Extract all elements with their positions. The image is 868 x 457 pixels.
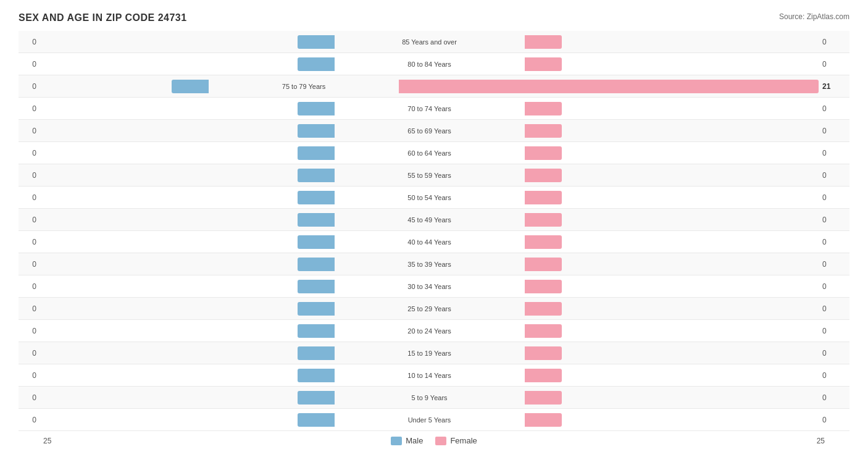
female-value: 0 [819,127,849,135]
female-value: 0 [819,193,849,202]
bar-row: 020 to 24 Years0 [19,320,849,342]
age-range-label: Under 5 Years [408,416,451,424]
female-value: 0 [819,38,849,46]
bar-row: 015 to 19 Years0 [19,342,849,364]
female-bar [525,413,562,427]
female-bar [525,169,562,182]
left-zone [40,275,337,298]
female-bar [525,324,562,338]
male-value: 0 [19,282,40,291]
center-label-zone: 70 to 74 Years [337,98,522,120]
age-range-label: 30 to 34 Years [407,283,451,290]
female-bar [525,124,562,138]
male-value: 0 [19,371,40,380]
male-value: 0 [19,60,40,69]
right-zone [396,75,819,98]
right-zone [522,209,819,231]
male-value: 0 [19,416,40,424]
left-zone [40,98,337,120]
chart-footer: 25 Male Female 25 [19,436,849,445]
female-bar [525,146,562,160]
female-bar [525,102,562,115]
bar-row: 050 to 54 Years0 [19,187,849,209]
male-bar [298,213,335,227]
female-value: 0 [819,371,849,380]
female-bar [525,369,562,382]
center-label-zone: 80 to 84 Years [337,53,522,75]
left-zone [40,31,337,53]
female-value: 0 [819,416,849,424]
female-value: 0 [819,393,849,402]
male-bar [298,124,335,138]
bars-container: 085 Years and over0080 to 84 Years0075 t… [19,31,849,431]
female-bar [525,35,562,49]
left-zone [40,342,337,364]
center-label-zone: 40 to 44 Years [337,231,522,253]
age-range-label: 25 to 29 Years [407,305,451,312]
age-range-label: 60 to 64 Years [407,149,451,157]
age-range-label: 5 to 9 Years [411,394,447,401]
center-label-zone: 5 to 9 Years [337,387,522,409]
axis-right-label: 25 [817,437,825,445]
male-bar [298,324,335,338]
male-value: 0 [19,171,40,180]
male-bar [298,302,335,316]
bar-row: 045 to 49 Years0 [19,209,849,231]
left-zone [40,409,337,431]
female-value: 0 [819,104,849,113]
center-label-zone: 45 to 49 Years [337,209,522,231]
center-label-zone: 15 to 19 Years [337,342,522,364]
right-zone [522,142,819,164]
right-zone [522,364,819,387]
bar-row: 070 to 74 Years0 [19,98,849,120]
bar-row: 05 to 9 Years0 [19,387,849,409]
center-label-zone: 65 to 69 Years [337,120,522,142]
female-bar [525,302,562,316]
male-value: 0 [19,82,40,91]
male-bar [298,35,335,49]
left-zone [40,120,337,142]
age-range-label: 40 to 44 Years [407,238,451,246]
male-bar [298,191,335,204]
female-value: 0 [819,171,849,180]
female-bar [525,213,562,227]
male-bar [298,102,335,115]
bar-row: 0Under 5 Years0 [19,409,849,431]
right-zone [522,164,819,187]
axis-left-label: 25 [43,437,51,445]
bar-row: 065 to 69 Years0 [19,120,849,142]
center-label-zone: 10 to 14 Years [337,364,522,387]
right-zone [522,98,819,120]
female-bar [525,191,562,204]
age-range-label: 65 to 69 Years [407,127,451,135]
right-zone [522,275,819,298]
male-bar [298,391,335,405]
age-range-label: 35 to 39 Years [407,261,451,268]
female-bar [525,280,562,293]
female-bar [525,346,562,360]
female-value: 0 [819,304,849,313]
right-zone [522,53,819,75]
male-value: 0 [19,127,40,135]
male-value: 0 [19,216,40,224]
female-value: 0 [819,260,849,269]
source-text: Source: ZipAtlas.com [779,12,849,21]
legend-male-item: Male [391,436,423,445]
center-label-zone: 85 Years and over [337,31,522,53]
age-range-label: 10 to 14 Years [407,372,451,379]
female-bar [525,258,562,271]
male-bar [172,80,209,93]
bar-row: 080 to 84 Years0 [19,53,849,75]
male-bar [298,146,335,160]
legend: Male Female [391,436,477,445]
center-label-zone: Under 5 Years [337,409,522,431]
male-value: 0 [19,193,40,202]
legend-female-item: Female [435,436,477,445]
age-range-label: 85 Years and over [402,38,457,46]
female-bar [399,80,819,93]
male-value: 0 [19,393,40,402]
female-bar [525,235,562,249]
center-label-zone: 30 to 34 Years [337,275,522,298]
age-range-label: 20 to 24 Years [407,327,451,335]
male-value: 0 [19,304,40,313]
